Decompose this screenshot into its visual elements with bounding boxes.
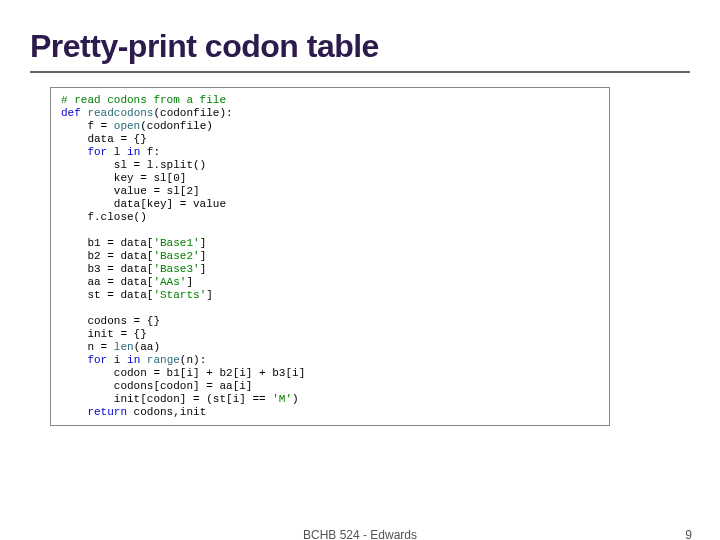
- page-number: 9: [685, 528, 692, 540]
- code-text: ]: [200, 237, 207, 249]
- code-text: [61, 354, 87, 366]
- string-literal: 'Base2': [153, 250, 199, 262]
- keyword-for: for: [87, 354, 107, 366]
- code-text: f.close(): [61, 211, 147, 223]
- string-literal: 'Starts': [153, 289, 206, 301]
- code-text: codons,init: [127, 406, 206, 418]
- code-text: f:: [140, 146, 160, 158]
- string-literal: 'M': [272, 393, 292, 405]
- code-text: ): [292, 393, 299, 405]
- code-text: (aa): [134, 341, 160, 353]
- keyword-in: in: [127, 354, 140, 366]
- keyword-return: return: [87, 406, 127, 418]
- code-text: i: [107, 354, 127, 366]
- code-text: value = sl[2]: [61, 185, 200, 197]
- code-text: [61, 146, 87, 158]
- title-underline: [30, 71, 690, 73]
- code-text: b2 = data[: [61, 250, 153, 262]
- code-comment: # read codons from a file: [61, 94, 226, 106]
- slide: Pretty-print codon table # read codons f…: [0, 0, 720, 540]
- slide-title: Pretty-print codon table: [30, 28, 690, 65]
- func-len: len: [114, 341, 134, 353]
- code-text: init[codon] = (st[i] ==: [61, 393, 272, 405]
- code-text: f =: [61, 120, 114, 132]
- code-text: data = {}: [61, 133, 147, 145]
- string-literal: 'AAs': [153, 276, 186, 288]
- code-text: key = sl[0]: [61, 172, 186, 184]
- keyword-in: in: [127, 146, 140, 158]
- code-text: data[key] = value: [61, 198, 226, 210]
- code-text: n =: [61, 341, 114, 353]
- code-text: ]: [186, 276, 193, 288]
- code-text: sl = l.split(): [61, 159, 206, 171]
- code-text: b3 = data[: [61, 263, 153, 275]
- code-text: ]: [206, 289, 213, 301]
- func-readcodons: readcodons: [87, 107, 153, 119]
- code-text: [61, 406, 87, 418]
- string-literal: 'Base1': [153, 237, 199, 249]
- code-text: (codonfile): [140, 120, 213, 132]
- footer-center: BCHB 524 - Edwards: [303, 528, 417, 540]
- code-text: aa = data[: [61, 276, 153, 288]
- code-text: st = data[: [61, 289, 153, 301]
- code-text: (n):: [180, 354, 206, 366]
- func-open: open: [114, 120, 140, 132]
- code-text: codons[codon] = aa[i]: [61, 380, 252, 392]
- func-range: range: [147, 354, 180, 366]
- code-text: init = {}: [61, 328, 147, 340]
- string-literal: 'Base3': [153, 263, 199, 275]
- code-text: codon = b1[i] + b2[i] + b3[i]: [61, 367, 305, 379]
- keyword-for: for: [87, 146, 107, 158]
- code-text: ]: [200, 250, 207, 262]
- code-text: codons = {}: [61, 315, 160, 327]
- code-text: l: [107, 146, 127, 158]
- code-text: (codonfile):: [153, 107, 232, 119]
- code-block: # read codons from a file def readcodons…: [50, 87, 610, 426]
- code-text: b1 = data[: [61, 237, 153, 249]
- code-text: ]: [200, 263, 207, 275]
- keyword-def: def: [61, 107, 81, 119]
